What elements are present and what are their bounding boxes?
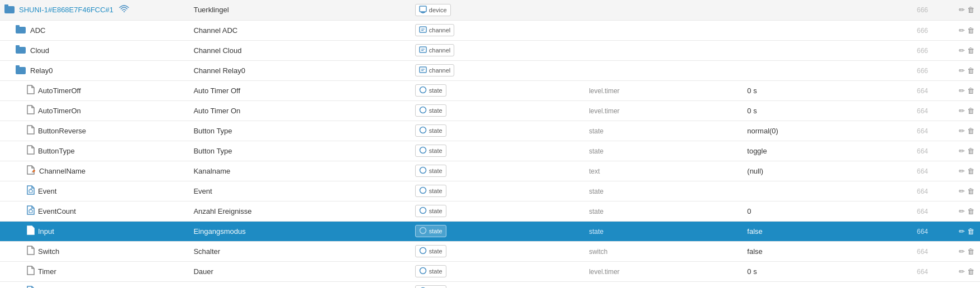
delete-button[interactable]: [966, 206, 976, 217]
row-label: Auto Timer Off: [193, 87, 240, 95]
version-cell: 664: [885, 261, 933, 281]
name-cell: Timer: [0, 261, 189, 281]
edit-button[interactable]: [958, 65, 966, 76]
name-cell: Switch: [0, 241, 189, 261]
row-name-label: Input: [38, 227, 54, 236]
subtype-label: state: [589, 188, 603, 195]
type-icon-state: [419, 166, 427, 175]
delete-button[interactable]: [966, 226, 976, 237]
table-row[interactable]: AutoTimerOffAuto Timer Off statelevel.ti…: [0, 80, 980, 100]
type-badge: device: [415, 4, 451, 16]
table-row[interactable]: AutoTimerOnAuto Timer On statelevel.time…: [0, 100, 980, 121]
label-cell: Auto Timer On: [189, 100, 410, 121]
edit-button[interactable]: [958, 186, 966, 196]
delete-button[interactable]: [966, 186, 976, 196]
type-cell: state: [411, 80, 584, 100]
delete-button[interactable]: [966, 246, 976, 257]
subtype-cell: state: [584, 141, 743, 161]
edit-button[interactable]: [958, 85, 966, 96]
actions-cell: [933, 60, 980, 80]
table-row[interactable]: SwitchSchalter stateswitchfalse664: [0, 241, 980, 261]
icon-file-lock: [27, 286, 35, 288]
table-row[interactable]: TimerDauer statelevel.timer0 s664: [0, 261, 980, 281]
delete-button[interactable]: [966, 146, 976, 156]
table-row[interactable]: ADCChannel ADC channel666: [0, 20, 980, 40]
subtype-label: state: [589, 127, 603, 135]
table-row[interactable]: EventCountAnzahl Ereignisse statestate06…: [0, 201, 980, 221]
value-cell: 0: [743, 201, 885, 221]
table-row[interactable]: longpushLongpush statestatefalse664: [0, 281, 980, 288]
delete-button[interactable]: [966, 65, 976, 76]
edit-button[interactable]: [958, 25, 966, 36]
edit-button[interactable]: [958, 206, 966, 217]
type-label: state: [429, 208, 443, 214]
subtype-cell: state: [584, 181, 743, 201]
table-row[interactable]: EventEvent statestate664: [0, 181, 980, 201]
value-cell: (null): [743, 161, 885, 181]
label-cell: Tuerklingel: [189, 0, 410, 20]
version-label: 664: [917, 107, 928, 115]
type-badge: state: [415, 245, 446, 257]
type-cell: state: [411, 100, 584, 121]
edit-button[interactable]: [958, 45, 966, 56]
icon-folder: [16, 45, 27, 56]
subtype-label: level.timer: [589, 87, 620, 95]
value-label: false: [747, 227, 762, 236]
table-row[interactable]: SHUNI-1#E868E7F46FCC#1 Tuerklingel devic…: [0, 0, 980, 20]
edit-button[interactable]: [958, 266, 966, 277]
table-row[interactable]: ChannelNameKanalname statetext(null)664: [0, 161, 980, 181]
subtype-label: state: [589, 147, 603, 155]
edit-button[interactable]: [958, 286, 966, 289]
subtype-cell: [584, 0, 743, 20]
type-icon-state: [419, 126, 427, 135]
table-row[interactable]: ButtonReverseButton Type statestatenorma…: [0, 121, 980, 141]
table-row[interactable]: CloudChannel Cloud channel666: [0, 40, 980, 60]
table-row[interactable]: Relay0Channel Relay0 channel666: [0, 60, 980, 80]
edit-button[interactable]: [958, 105, 966, 116]
icon-file-lock: [27, 185, 35, 196]
edit-button[interactable]: [958, 226, 966, 237]
edit-button[interactable]: [958, 246, 966, 257]
edit-button[interactable]: [958, 4, 966, 15]
table-row[interactable]: InputEingangsmodus statestatefalse664: [0, 221, 980, 241]
delete-button[interactable]: [966, 85, 976, 96]
type-icon-state: [419, 207, 427, 215]
delete-button[interactable]: [966, 286, 976, 289]
subtype-cell: [584, 20, 743, 40]
type-cell: device: [411, 0, 584, 20]
type-icon-state: [419, 86, 427, 95]
value-label: normal(0): [747, 127, 778, 135]
delete-button[interactable]: [966, 25, 976, 36]
edit-button[interactable]: [958, 146, 966, 156]
icon-file-lock: [27, 225, 35, 237]
type-label: state: [429, 268, 443, 275]
actions-cell: [933, 100, 980, 121]
table-row[interactable]: ButtonTypeButton Type statestatetoggle66…: [0, 141, 980, 161]
delete-button[interactable]: [966, 105, 976, 116]
label-cell: Channel ADC: [189, 20, 410, 40]
type-cell: state: [411, 201, 584, 221]
type-badge: state: [415, 225, 446, 237]
delete-button[interactable]: [966, 266, 976, 277]
delete-button[interactable]: [966, 45, 976, 56]
delete-button[interactable]: [966, 166, 976, 176]
edit-button[interactable]: [958, 166, 966, 176]
name-cell: ADC: [0, 20, 189, 40]
icon-file: [27, 105, 35, 116]
version-cell: 664: [885, 100, 933, 121]
row-name-label: Relay0: [30, 66, 53, 75]
edit-button[interactable]: [958, 126, 966, 136]
value-label: 0 s: [747, 267, 757, 276]
delete-button[interactable]: [966, 4, 976, 15]
type-badge: state: [415, 145, 446, 157]
type-cell: channel: [411, 20, 584, 40]
svg-rect-7: [16, 25, 20, 28]
type-label: channel: [429, 47, 451, 54]
delete-button[interactable]: [966, 126, 976, 136]
version-label: 664: [917, 167, 928, 175]
icon-file: [27, 246, 35, 257]
actions-cell: [933, 40, 980, 60]
type-label: device: [429, 7, 447, 13]
version-label: 664: [917, 208, 928, 215]
actions-cell: [933, 80, 980, 100]
